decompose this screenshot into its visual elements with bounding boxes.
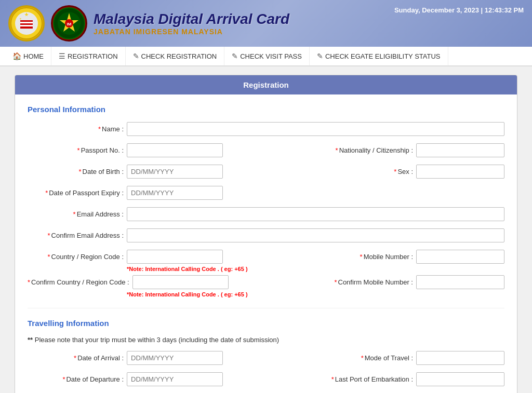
- svg-rect-7: [20, 25, 33, 26]
- confirm-country-code-note: *Note: International Calling Code . ( eg…: [127, 291, 248, 297]
- card-body: Personal Information *Name : *Passport N…: [15, 94, 517, 393]
- confirm-email-row: *Confirm Email Address :: [28, 228, 504, 242]
- departure-input[interactable]: [127, 372, 223, 386]
- confirm-country-code-input[interactable]: +: [132, 275, 229, 289]
- nav-registration-label: REGISTRATION: [68, 52, 118, 60]
- sex-input[interactable]: Please Choose: [416, 165, 504, 179]
- email-row: *Email Address :: [28, 207, 504, 221]
- nav-check-egate[interactable]: ✎ CHECK EGATE ELIGIBILITY STATUS: [310, 47, 448, 65]
- confirm-country-code-col: *Confirm Country / Region Code : + *Note…: [28, 275, 248, 297]
- nav-home[interactable]: 🏠 HOME: [5, 47, 51, 65]
- nav-check-visit-pass-label: CHECK VISIT PASS: [240, 52, 302, 60]
- imigresen-logo: IM: [51, 5, 87, 42]
- arrival-travel-row: *Date of Arrival : *Mode of Travel : Ple…: [28, 351, 504, 365]
- passport-expiry-input[interactable]: [127, 186, 223, 200]
- country-mobile-row: *Country / Region Code : + *Note: Intern…: [28, 250, 504, 272]
- country-code-group: *Country / Region Code : +: [28, 250, 248, 264]
- dob-input[interactable]: [127, 165, 223, 179]
- section-divider: [28, 308, 504, 308]
- sex-group: *Sex : Please Choose: [371, 165, 504, 179]
- navbar: 🏠 HOME ☰ REGISTRATION ✎ CHECK REGISTRATI…: [0, 47, 532, 66]
- passport-label: *Passport No. :: [28, 146, 124, 154]
- svg-rect-3: [20, 20, 33, 22]
- confirm-email-input[interactable]: [127, 228, 504, 242]
- confirm-country-code-label: *Confirm Country / Region Code :: [28, 278, 129, 286]
- departure-group: *Date of Departure :: [28, 372, 223, 386]
- main-content: Registration Personal Information *Name …: [6, 66, 526, 393]
- passport-nationality-row: *Passport No. : *Nationality / Citizensh…: [28, 143, 504, 157]
- malaysia-logo: [8, 5, 45, 42]
- app-subtitle: JABATAN IMIGRESEN MALAYSIA: [94, 28, 289, 36]
- app-title: Malaysia Digital Arrival Card: [94, 11, 289, 28]
- passport-expiry-group: *Date of Passport Expiry :: [28, 186, 223, 200]
- arrival-label: *Date of Arrival :: [28, 354, 124, 362]
- card-header-label: Registration: [243, 80, 289, 89]
- last-port-input[interactable]: SINGAPORE: [416, 372, 504, 386]
- svg-rect-5: [20, 26, 33, 29]
- passport-input[interactable]: [127, 143, 223, 157]
- passport-group: *Passport No. :: [28, 143, 223, 157]
- registration-card: Registration Personal Information *Name …: [15, 75, 517, 393]
- page-header: IM Malaysia Digital Arrival Card JABATAN…: [0, 0, 532, 47]
- name-row: *Name :: [28, 122, 504, 136]
- confirm-mobile-label: *Confirm Mobile Number :: [322, 278, 413, 286]
- check-registration-icon: ✎: [133, 52, 139, 60]
- nav-check-registration[interactable]: ✎ CHECK REGISTRATION: [126, 47, 225, 65]
- passport-expiry-label: *Date of Passport Expiry :: [28, 189, 124, 197]
- check-egate-icon: ✎: [317, 52, 323, 60]
- mode-of-travel-label: *Mode of Travel :: [335, 354, 413, 362]
- travelling-info-title: Travelling Information: [28, 319, 504, 328]
- card-header: Registration: [15, 75, 517, 94]
- last-port-label: *Last Port of Embarkation :: [314, 375, 413, 383]
- passport-expiry-row: *Date of Passport Expiry :: [28, 186, 504, 200]
- dob-label: *Date of Birth :: [28, 168, 124, 175]
- email-label: *Email Address :: [28, 210, 124, 218]
- country-code-label: *Country / Region Code :: [28, 253, 124, 261]
- check-visit-pass-icon: ✎: [232, 52, 238, 60]
- dob-group: *Date of Birth :: [28, 165, 223, 179]
- country-code-col: *Country / Region Code : + *Note: Intern…: [28, 250, 248, 272]
- dob-sex-row: *Date of Birth : *Sex : Please Choose: [28, 165, 504, 179]
- personal-info-title: Personal Information: [28, 105, 504, 114]
- home-icon: 🏠: [12, 52, 21, 60]
- mobile-label: *Mobile Number :: [345, 253, 413, 261]
- mobile-group: *Mobile Number :: [345, 250, 504, 264]
- confirm-country-code-group: *Confirm Country / Region Code : +: [28, 275, 248, 289]
- nationality-group: *Nationality / Citizenship : SINGAPORE: [317, 143, 504, 157]
- country-code-note: *Note: International Calling Code . ( eg…: [127, 266, 248, 272]
- nationality-input[interactable]: SINGAPORE: [416, 143, 504, 157]
- nav-check-registration-label: CHECK REGISTRATION: [141, 52, 217, 60]
- nav-registration[interactable]: ☰ REGISTRATION: [51, 47, 126, 65]
- confirm-email-label: *Confirm Email Address :: [28, 232, 124, 239]
- arrival-input[interactable]: [127, 351, 223, 365]
- svg-text:IM: IM: [67, 22, 72, 26]
- header-title-block: Malaysia Digital Arrival Card JABATAN IM…: [94, 11, 289, 36]
- name-label: *Name :: [28, 125, 124, 133]
- confirm-mobile-input[interactable]: [416, 275, 504, 289]
- sex-label: *Sex :: [371, 168, 413, 175]
- email-input[interactable]: [127, 207, 504, 221]
- arrival-group: *Date of Arrival :: [28, 351, 223, 365]
- registration-icon: ☰: [59, 52, 65, 60]
- mobile-input[interactable]: [416, 250, 504, 264]
- nationality-label: *Nationality / Citizenship :: [317, 146, 413, 154]
- trip-notice: ** Please note that your trip must be wi…: [28, 336, 504, 344]
- nav-home-label: HOME: [23, 52, 44, 60]
- name-input[interactable]: [127, 122, 504, 136]
- nav-check-egate-label: CHECK EGATE ELIGIBILITY STATUS: [325, 52, 441, 60]
- svg-rect-6: [20, 22, 33, 23]
- nav-check-visit-pass[interactable]: ✎ CHECK VISIT PASS: [224, 47, 310, 65]
- confirm-mobile-group: *Confirm Mobile Number :: [322, 275, 504, 289]
- departure-port-row: *Date of Departure : *Last Port of Embar…: [28, 372, 504, 386]
- mode-of-travel-input[interactable]: Please Choose: [416, 351, 504, 365]
- last-port-group: *Last Port of Embarkation : SINGAPORE: [314, 372, 504, 386]
- header-datetime: Sunday, December 3, 2023 | 12:43:32 PM: [394, 4, 524, 14]
- departure-label: *Date of Departure :: [28, 375, 124, 383]
- mode-of-travel-group: *Mode of Travel : Please Choose: [335, 351, 504, 365]
- confirm-country-mobile-row: *Confirm Country / Region Code : + *Note…: [28, 275, 504, 297]
- header-left: IM Malaysia Digital Arrival Card JABATAN…: [8, 5, 289, 42]
- country-code-input[interactable]: +: [127, 250, 223, 264]
- svg-rect-4: [20, 23, 33, 25]
